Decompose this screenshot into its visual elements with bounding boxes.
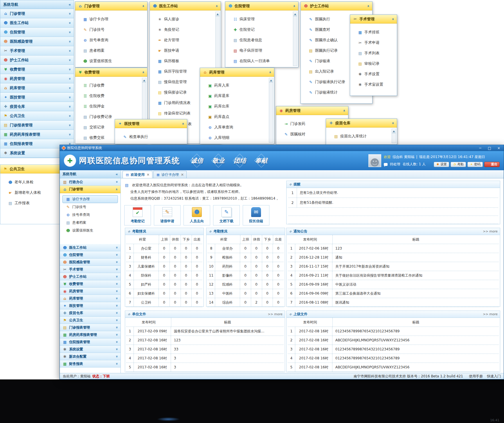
file-row[interactable]: 5 2017-02-08 16时 3 xyxy=(126,363,284,372)
file-row[interactable]: 2 2016-12-28 11时 通知 xyxy=(288,253,499,262)
panel-header[interactable]: 住院管理 xyxy=(225,2,298,10)
file-title[interactable]: 关于开展2017年新农合筹资的通知 xyxy=(332,262,499,271)
sidebar-item[interactable]: 收费管理 xyxy=(0,65,74,74)
file-title[interactable]: 3 xyxy=(171,354,284,363)
sidebar-item[interactable]: 药房管理 xyxy=(0,74,74,83)
file-title[interactable]: 01234567899876543210123456789 xyxy=(332,327,499,336)
panel-header[interactable]: 药房管理 xyxy=(276,106,348,115)
panel-menu-item[interactable]: 手术设置 xyxy=(350,69,397,79)
panel-menu-item[interactable]: 电子病历管理 xyxy=(225,45,298,56)
file-row[interactable]: 6 2016-09-06 09时 第三届工会换届选举大会通知 xyxy=(288,289,499,298)
panel-header[interactable]: 医技管理 xyxy=(115,119,187,128)
file-title[interactable]: ABCDEFGHIJKLMNOPQRSTUVWXYZ123456 xyxy=(332,363,499,372)
file-title[interactable]: 33 xyxy=(171,345,284,354)
desktop-taskbar-area[interactable]: 16:41 xyxy=(0,379,504,423)
nav-item[interactable]: 财务报表 xyxy=(60,360,120,368)
panel-header[interactable]: 药库管理 xyxy=(200,68,274,77)
nav-item[interactable]: 新农合配置 xyxy=(60,353,120,360)
sidebar-item[interactable]: 药房药库报表管理 xyxy=(0,130,74,139)
scroll-up-icon[interactable] xyxy=(216,12,219,16)
sidebar-item[interactable]: 医院感染管理 xyxy=(0,37,74,46)
file-title[interactable]: 通知 xyxy=(332,253,499,262)
panel-header[interactable]: 疫苗仓库 xyxy=(326,119,397,128)
scroll-up-icon[interactable] xyxy=(269,78,273,83)
panel-header[interactable]: 医生工作站 xyxy=(150,2,221,10)
sidebar-item[interactable]: 医技管理 xyxy=(0,93,74,102)
shortcut-button[interactable]: 文档下载 xyxy=(213,205,240,225)
collapse-up-icon[interactable] xyxy=(142,71,145,74)
file-row[interactable]: 2 2017-02-08 16时 123 xyxy=(126,336,284,345)
panel-menu-item[interactable]: 门诊挂号 xyxy=(75,24,147,35)
panel-menu-item[interactable]: 药库退库 xyxy=(200,91,274,101)
panel-menu-item[interactable]: 住院押金 xyxy=(75,101,147,112)
collapse-left-icon[interactable] xyxy=(69,3,71,6)
tab[interactable]: 欢迎使用 xyxy=(123,171,152,178)
header-button[interactable]: 设置 xyxy=(434,162,449,167)
minimize-button[interactable]: ─ xyxy=(477,146,483,150)
panel-header[interactable]: 门诊管理 xyxy=(75,2,147,10)
nav-item[interactable]: 医院感染管理 xyxy=(60,259,120,266)
nav-item[interactable]: 医生工作站 xyxy=(60,244,120,251)
tab[interactable]: 诊疗卡办理 xyxy=(153,171,187,178)
file-title[interactable]: ABCDEFGHIJKLMNOPQRSTUVWXYZ123456 xyxy=(332,336,499,345)
panel-menu-item[interactable]: 药库出库 xyxy=(200,101,274,112)
collapse-up-icon[interactable] xyxy=(293,4,296,8)
nav-item[interactable]: 护士工作站 xyxy=(60,273,120,280)
file-row[interactable]: 5 2017-02-08 16时 ABCDEFGHIJKLMNOPQRSTUVW… xyxy=(288,363,499,372)
nav-header[interactable]: 系统导航 xyxy=(60,170,120,178)
scroll-up-icon[interactable] xyxy=(293,12,297,16)
tab-close-icon[interactable] xyxy=(147,173,150,177)
panel-menu-item[interactable]: 病历模板 xyxy=(150,56,221,66)
sidebar-item[interactable]: 门诊报表管理 xyxy=(0,121,74,130)
header-button[interactable]: 密码 xyxy=(467,162,483,167)
panel-menu-item[interactable]: 手术列表 xyxy=(350,48,397,58)
shortcut-button[interactable]: 请假申请 xyxy=(154,205,181,225)
panel-header[interactable]: 护士工作站 xyxy=(301,2,372,10)
sidebar-item[interactable]: 药库管理 xyxy=(0,83,74,93)
window-titlebar[interactable]: 医院信息协同管理系统 ─ □ × xyxy=(60,145,504,151)
collapse-up-icon[interactable] xyxy=(182,122,184,126)
more-link[interactable]: >> more xyxy=(483,230,498,233)
nav-item[interactable]: 手术管理 xyxy=(60,266,120,273)
panel-header[interactable]: 手术管理 xyxy=(350,15,397,24)
file-row[interactable]: 4 2017-02-08 16时 01234567899876543210123… xyxy=(288,354,499,363)
close-button[interactable]: × xyxy=(496,146,502,150)
file-row[interactable]: 1 2017-02-09 09时 国务院安委会办公室关于山西省朔州市中煤集团担水… xyxy=(126,327,284,336)
desktop-sidebar-header[interactable]: 系统导航 xyxy=(0,0,74,9)
file-row[interactable]: 2 2017-02-08 16时 ABCDEFGHIJKLMNOPQRSTUVW… xyxy=(288,336,499,345)
sidebar-item[interactable]: 医生工作站 xyxy=(0,18,74,28)
panel-menu-item[interactable]: 病床管理 xyxy=(225,14,298,24)
panel-menu-item[interactable]: 处方管理 xyxy=(150,35,221,45)
panel-menu-item[interactable]: 药库入库 xyxy=(200,80,274,91)
file-row[interactable]: 4 2017-02-08 16时 3 xyxy=(126,354,284,363)
sidebar-item[interactable]: 手术管理 xyxy=(0,46,74,55)
panel-menu-item[interactable]: 住院收费 xyxy=(75,91,147,101)
panel-menu-item[interactable]: 在院病人一日清单 xyxy=(225,56,298,66)
file-title[interactable]: 123 xyxy=(332,244,499,253)
scroll-up-icon[interactable] xyxy=(392,129,396,133)
nav-item[interactable]: 公共卫生 xyxy=(60,317,120,324)
nav-child-item[interactable]: 患者档案 xyxy=(62,219,118,227)
shortcut-button[interactable]: 人员去向 xyxy=(183,205,210,225)
panel-menu-item[interactable]: 住院登记 xyxy=(225,24,298,35)
nav-item[interactable]: 住院报表管理 xyxy=(60,338,120,346)
collapse-up-icon[interactable] xyxy=(216,4,218,8)
panel-menu-item[interactable]: 门诊收费 xyxy=(75,80,147,91)
panel-menu-item[interactable]: 药库盘点 xyxy=(200,112,274,122)
scrollbar[interactable] xyxy=(293,12,297,66)
footer-link[interactable]: 使用手册 xyxy=(469,374,483,379)
sidebar-item[interactable]: 疫苗仓库 xyxy=(0,102,74,111)
panel-menu-item[interactable]: 免疫登记 xyxy=(150,24,221,35)
nav-item[interactable]: 系统设置 xyxy=(60,346,120,353)
collapse-left-icon[interactable] xyxy=(116,173,118,176)
shortcut-button[interactable]: 考勤登记 xyxy=(124,205,151,225)
collapse-up-icon[interactable] xyxy=(392,121,394,125)
file-row[interactable]: 1 2017-02-06 16时 123 xyxy=(288,244,499,253)
pending-link[interactable]: 待处理 xyxy=(390,162,400,167)
file-title[interactable]: 3 xyxy=(171,363,284,372)
footer-link[interactable]: 快速入门 xyxy=(487,374,501,379)
sidebar-item[interactable]: 住院管理 xyxy=(0,28,74,37)
sidebar-item[interactable]: 护士工作站 xyxy=(0,55,74,65)
more-link[interactable]: >> more xyxy=(483,312,498,316)
panel-menu-item[interactable]: 病人接诊 xyxy=(150,14,221,24)
